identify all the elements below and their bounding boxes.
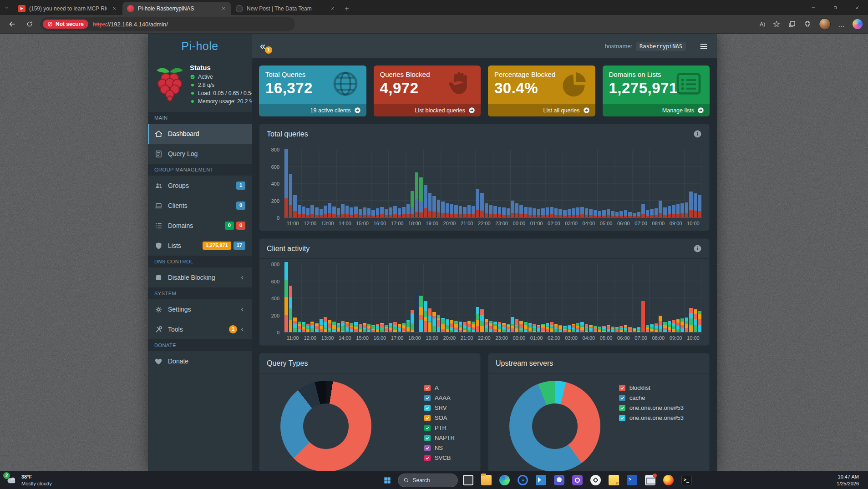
card-percentage-blocked: Percentage Blocked30.4%List all queries — [488, 66, 595, 116]
legend-item[interactable]: one.one.one.one#53 — [619, 404, 684, 411]
edge-icon[interactable] — [497, 473, 513, 488]
x-tick-label: 18:00 — [406, 221, 423, 226]
teams-icon[interactable] — [552, 473, 567, 488]
browser-viewport: Pi-hole Status — [0, 34, 868, 471]
sidebar-item-domains[interactable]: Domains00 — [148, 216, 252, 236]
minimize-button[interactable] — [802, 0, 824, 15]
legend-item[interactable]: cache — [619, 394, 684, 401]
browser-tab[interactable]: New Post | The Data Team — [231, 2, 340, 15]
tab-search-chevron-icon[interactable] — [0, 0, 14, 15]
bar — [406, 320, 410, 332]
info-ring-icon[interactable] — [515, 473, 531, 488]
sidebar-item-settings[interactable]: Settings — [148, 299, 252, 319]
vscode-icon[interactable] — [533, 473, 549, 488]
sidebar-item-tools[interactable]: Tools1 — [148, 319, 252, 339]
bar — [428, 308, 432, 332]
sidebar-item-donate[interactable]: Donate — [148, 351, 252, 371]
sticky-notes-icon[interactable] — [606, 473, 622, 488]
check-icon — [425, 396, 430, 400]
sidebar-item-dashboard[interactable]: Dashboard — [148, 124, 252, 144]
sidebar-item-clients[interactable]: Clients0 — [148, 196, 252, 216]
bar-chart: 020040060080011:0012:0013:0014:0015:0016… — [267, 150, 702, 226]
legend-label: SVCB — [435, 454, 451, 461]
sidebar-collapse-button[interactable]: «1 — [260, 41, 273, 51]
bar — [485, 203, 488, 217]
check-icon — [425, 416, 430, 420]
firefox-icon[interactable] — [661, 473, 676, 488]
weather-widget[interactable]: 2 38°F Mostly cloudy — [5, 474, 83, 487]
legend-checkbox — [424, 425, 431, 431]
powershell-icon[interactable] — [624, 473, 640, 488]
sidebar-item-lists[interactable]: Lists1,275,97117 — [148, 236, 252, 256]
chatgpt-icon[interactable] — [588, 473, 604, 488]
card-footer-link[interactable]: 19 active clients — [259, 104, 366, 116]
taskbar: 2 38°F Mostly cloudy Search 10:47 AM 1/2… — [0, 471, 868, 489]
legend-item[interactable]: NS — [424, 444, 455, 451]
tab-close-icon[interactable] — [328, 5, 336, 12]
legend-item[interactable]: AAAA — [424, 394, 455, 401]
legend-item[interactable]: SOA — [424, 414, 455, 421]
maximize-button[interactable] — [824, 0, 846, 15]
sidebar-item-groups[interactable]: Groups1 — [148, 176, 252, 196]
menu-toggle-button[interactable] — [699, 41, 709, 51]
card-footer-link[interactable]: Manage lists — [603, 104, 710, 116]
file-explorer-icon[interactable] — [479, 473, 494, 488]
card-domains-on-lists: Domains on Lists1,275,971Manage lists — [603, 66, 710, 116]
new-tab-button[interactable] — [340, 2, 354, 15]
card-footer-link[interactable]: List blocked queries — [374, 104, 481, 116]
info-icon[interactable] — [693, 130, 702, 138]
window-icon[interactable] — [461, 473, 476, 488]
refresh-button[interactable] — [23, 17, 36, 31]
sidebar-item-query-log[interactable]: Query Log — [148, 144, 252, 164]
legend-item[interactable]: NAPTR — [424, 434, 455, 441]
plot-area: 11:0012:0013:0014:0015:0016:0017:0018:00… — [284, 150, 702, 226]
bar — [350, 323, 353, 332]
bar — [454, 321, 458, 332]
taskbar-clock[interactable]: 10:47 AM 1/25/2026 — [837, 474, 863, 487]
start-button[interactable] — [380, 473, 395, 488]
tab-close-icon[interactable] — [111, 5, 118, 12]
taskbar-search[interactable]: Search — [398, 474, 458, 487]
legend-item[interactable]: A — [424, 384, 455, 391]
status-row: Memory usage: 20.2 % — [190, 98, 252, 105]
extensions-icon[interactable] — [803, 20, 812, 28]
not-secure-badge[interactable]: Not secure — [43, 20, 88, 29]
bar — [476, 307, 480, 332]
chevron-left-icon — [239, 307, 245, 313]
profile-avatar[interactable] — [819, 18, 831, 30]
check-icon — [425, 426, 430, 430]
chart-legend: AAAAASRVSOAPTRNAPTRNSSVCB — [424, 381, 455, 471]
legend-checkbox — [619, 385, 625, 391]
sidebar-item-disable-blocking[interactable]: Disable Blocking — [148, 267, 252, 287]
bar — [633, 328, 636, 332]
bar — [507, 208, 510, 217]
x-tick-label: 12:00 — [301, 221, 319, 226]
bar — [463, 322, 467, 332]
legend-item[interactable]: PTR — [424, 424, 455, 431]
address-bar-input[interactable]: Not secure https://192.168.4.140/admin/ — [40, 17, 295, 31]
browser-menu-icon[interactable]: … — [838, 20, 845, 28]
terminal-icon[interactable] — [679, 473, 695, 488]
tab-close-icon[interactable] — [219, 5, 227, 12]
close-window-button[interactable] — [846, 0, 868, 15]
bar — [615, 327, 619, 332]
office-icon[interactable] — [570, 473, 585, 488]
legend-item[interactable]: blocklist — [619, 384, 684, 391]
card-footer-link[interactable]: List all queries — [488, 104, 595, 116]
legend-item[interactable]: SVCB — [424, 454, 455, 461]
browser-tab[interactable]: Pi-hole RasberrypiNAS — [122, 2, 231, 15]
legend-item[interactable]: one.one.one.one#53 — [619, 414, 684, 421]
bar — [441, 318, 445, 332]
bar — [580, 322, 584, 332]
read-aloud-icon[interactable]: A) — [760, 21, 765, 28]
query-types-panel: Query Types AAAAASRVSOAPTRNAPTRNSSVCB — [259, 353, 481, 471]
browser-tab[interactable]: ▶(159) you need to learn MCP RIGH — [14, 2, 122, 15]
back-button[interactable] — [5, 17, 19, 31]
legend-item[interactable]: SRV — [424, 404, 455, 411]
mail-icon[interactable] — [643, 473, 658, 488]
collections-icon[interactable] — [788, 20, 796, 28]
copilot-icon[interactable] — [853, 19, 863, 29]
favorites-star-icon[interactable] — [772, 20, 781, 28]
info-icon[interactable] — [693, 244, 702, 253]
bar — [650, 324, 654, 332]
